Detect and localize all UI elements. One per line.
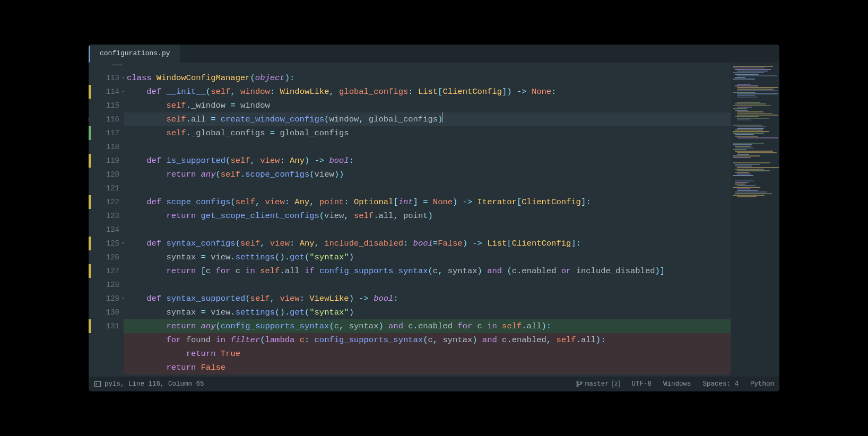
code-line[interactable]: def scope_configs(self, view: Any, point…	[124, 195, 731, 209]
line-number-row[interactable]: 121	[89, 181, 124, 195]
status-indentation[interactable]: Spaces: 4	[702, 380, 739, 388]
line-number-row[interactable]: ()116	[89, 112, 124, 126]
line-number-row[interactable]: 118	[89, 140, 124, 154]
editor-window: configurations.py ⌃⌃⌃ 113▾114▾115()11611…	[89, 45, 779, 391]
line-number: 121	[106, 184, 119, 193]
line-number-row[interactable]: 127	[89, 264, 124, 278]
code-line[interactable]: for found in filter(lambda c: config_sup…	[124, 333, 731, 347]
line-number: 129	[106, 294, 119, 303]
status-line-endings[interactable]: Windows	[663, 380, 691, 388]
git-branch-icon	[576, 380, 583, 388]
terminal-icon[interactable]	[94, 380, 101, 388]
code-line[interactable]	[124, 278, 731, 292]
status-encoding[interactable]: UTF-8	[631, 380, 652, 388]
line-number: 123	[106, 212, 119, 220]
line-number-row[interactable]: 113▾	[89, 71, 124, 85]
code-line[interactable]: class WindowConfigManager(object):	[124, 71, 731, 85]
gutter-change-marker	[89, 195, 91, 209]
line-number: 124	[106, 225, 119, 234]
gutter-collapsed-indicator: ⌃⌃⌃	[89, 64, 124, 71]
gutter[interactable]: ⌃⌃⌃ 113▾114▾115()11611711811912012112212…	[89, 63, 124, 377]
line-number-row[interactable]: 126	[89, 250, 124, 264]
code-line[interactable]	[124, 140, 731, 154]
tab-filename: configurations.py	[100, 49, 170, 57]
code-line[interactable]: self._global_configs = global_configs	[124, 126, 731, 140]
svg-point-1	[577, 381, 578, 383]
line-number: 127	[106, 267, 119, 275]
line-number-row[interactable]	[89, 361, 124, 374]
code-line[interactable]: return get_scope_client_configs(view, se…	[124, 209, 731, 223]
line-number: 114	[106, 88, 119, 96]
line-number: 125	[106, 239, 119, 248]
line-number: 118	[106, 143, 119, 151]
line-number-row[interactable]: 131	[89, 319, 124, 333]
code-line[interactable]: syntax = view.settings().get("syntax")	[124, 250, 731, 264]
code-line[interactable]: def __init__(self, window: WindowLike, g…	[124, 85, 731, 99]
line-number: 116	[106, 115, 119, 124]
line-number-row[interactable]: 125▾	[89, 237, 124, 250]
status-language[interactable]: Python	[750, 380, 774, 388]
svg-point-2	[577, 385, 578, 387]
code-area[interactable]: class WindowConfigManager(object): def _…	[124, 63, 731, 377]
tab-bar-empty-area[interactable]	[180, 45, 779, 63]
status-cursor-position[interactable]: pyls, Line 116, Column 65	[105, 380, 204, 388]
code-line[interactable]: return True	[124, 347, 731, 361]
line-number: 115	[106, 101, 119, 110]
line-number-row[interactable]: 123	[89, 209, 124, 223]
code-line[interactable]: return False	[124, 361, 731, 374]
line-number-row[interactable]: 122	[89, 195, 124, 209]
line-number-row[interactable]: 119	[89, 154, 124, 168]
line-number: 126	[106, 253, 119, 261]
code-line[interactable]: self._window = window	[124, 99, 731, 112]
line-number: 131	[106, 322, 119, 330]
line-number: 128	[106, 281, 119, 289]
line-number-row[interactable]: 124	[89, 223, 124, 237]
line-number-row[interactable]: 114▾	[89, 85, 124, 99]
gutter-change-marker	[89, 237, 91, 250]
status-bar: pyls, Line 116, Column 65 master 2 UTF-8…	[89, 377, 779, 391]
line-number-row[interactable]: 120	[89, 168, 124, 181]
line-number: 130	[106, 308, 119, 317]
editor-body: ⌃⌃⌃ 113▾114▾115()11611711811912012112212…	[89, 63, 779, 377]
code-line[interactable]: def syntax_configs(self, view: Any, incl…	[124, 237, 731, 250]
svg-rect-0	[94, 381, 100, 387]
gutter-change-marker	[89, 264, 91, 278]
code-line[interactable]: return any(self.scope_configs(view))	[124, 168, 731, 181]
code-line[interactable]: def syntax_supported(self, view: ViewLik…	[124, 292, 731, 306]
gutter-change-marker	[89, 126, 91, 140]
code-line[interactable]: def is_supported(self, view: Any) -> boo…	[124, 154, 731, 168]
line-number: 113	[106, 74, 119, 82]
line-number-row[interactable]: 117	[89, 126, 124, 140]
line-number: 120	[106, 170, 119, 179]
gutter-change-marker	[89, 154, 91, 168]
line-number: 119	[106, 156, 119, 165]
line-number-row[interactable]	[89, 333, 124, 347]
code-line[interactable]: self.all = create_window_configs(window,…	[124, 112, 731, 126]
line-number-row[interactable]: 129▾	[89, 292, 124, 306]
svg-point-3	[580, 382, 582, 383]
line-number: 122	[106, 198, 119, 206]
code-line[interactable]	[124, 223, 731, 237]
line-number-row[interactable]: 115	[89, 99, 124, 112]
file-tab[interactable]: configurations.py	[89, 45, 180, 63]
code-line[interactable]: return [c for c in self.all if config_su…	[124, 264, 731, 278]
code-line[interactable]: return any(config_supports_syntax(c, syn…	[124, 319, 731, 333]
code-line[interactable]: syntax = view.settings().get("syntax")	[124, 306, 731, 319]
code-line[interactable]	[124, 181, 731, 195]
line-number-row[interactable]: 128	[89, 278, 124, 292]
git-changes-badge: 2	[612, 380, 620, 388]
line-number-row[interactable]: 130	[89, 306, 124, 319]
status-git-branch[interactable]: master 2	[576, 380, 620, 388]
gutter-change-marker	[89, 85, 91, 99]
minimap[interactable]	[731, 63, 779, 377]
gutter-bracket-marker: ()	[89, 115, 91, 123]
line-number: 117	[106, 129, 119, 137]
gutter-change-marker	[89, 319, 91, 333]
line-number-row[interactable]	[89, 347, 124, 361]
git-branch-name: master	[585, 380, 609, 388]
tab-bar: configurations.py	[89, 45, 779, 63]
